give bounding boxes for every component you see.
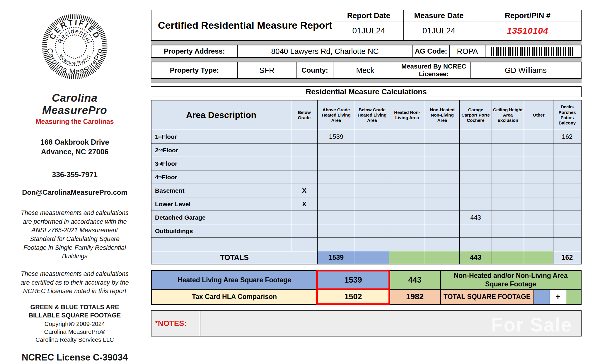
report-body: Certified Residential Measure Report Rep… bbox=[151, 10, 582, 336]
value-cell bbox=[291, 157, 317, 170]
totals-cell bbox=[355, 251, 389, 264]
barcode bbox=[491, 47, 575, 56]
pin-value: 13510104 bbox=[474, 21, 581, 40]
value-cell bbox=[524, 224, 553, 237]
row-label: Outbuildings bbox=[151, 224, 291, 237]
svg-text:Measure Report: Measure Report bbox=[58, 54, 91, 66]
value-cell bbox=[553, 224, 581, 237]
sidebar: CERTIFIED Residential Measure Report Car… bbox=[21, 9, 129, 363]
value-cell: X bbox=[291, 184, 317, 197]
hla-summary-row: Heated Living Area Square Footage 1539 4… bbox=[152, 271, 581, 289]
value-cell bbox=[524, 197, 553, 211]
tax-card-label: Tax Card HLA Comparison bbox=[152, 290, 317, 304]
pin-label: Report/PIN # bbox=[474, 10, 581, 21]
report-date-value: 01JUL24 bbox=[334, 21, 403, 40]
measured-by-value: GD Williams bbox=[471, 62, 581, 78]
tax-summary-row: Tax Card HLA Comparison 1502 1982 TOTAL … bbox=[152, 289, 581, 304]
value-cell bbox=[291, 170, 317, 184]
value-cell: 1539 bbox=[318, 130, 355, 143]
value-cell bbox=[389, 157, 425, 170]
value-cell bbox=[492, 238, 524, 251]
value-cell bbox=[460, 238, 492, 251]
totals-cell: 443 bbox=[460, 251, 492, 264]
totals-cell: 162 bbox=[553, 251, 581, 264]
value-cell bbox=[389, 143, 425, 157]
totals-cell bbox=[425, 251, 459, 264]
value-cell bbox=[553, 184, 581, 197]
totals-cell bbox=[389, 251, 425, 264]
row-label: Detached Garage bbox=[151, 211, 291, 224]
value-cell bbox=[318, 211, 355, 224]
value-cell bbox=[492, 211, 524, 224]
totals-cell bbox=[492, 251, 524, 264]
measure-date-label: Measure Date bbox=[404, 10, 474, 21]
value-cell bbox=[389, 170, 425, 184]
report-date-label: Report Date bbox=[334, 10, 403, 21]
row-label: 4th Floor bbox=[151, 170, 291, 184]
value-cell bbox=[389, 184, 425, 197]
value-cell bbox=[553, 157, 581, 170]
value-cell bbox=[389, 130, 425, 143]
value-cell bbox=[318, 224, 355, 237]
value-cell bbox=[291, 238, 317, 251]
value-cell bbox=[355, 157, 389, 170]
value-cell bbox=[425, 184, 459, 197]
value-cell bbox=[553, 143, 581, 157]
address-line-2: Advance, NC 27006 bbox=[21, 147, 129, 157]
copyright-line: Copyright© 2009-2024 bbox=[21, 320, 129, 328]
value-cell bbox=[524, 143, 553, 157]
hla-value: 1539 bbox=[317, 271, 389, 289]
company-email: Don@CarolinaMeasurePro.com bbox=[21, 188, 129, 196]
summary-block: Heated Living Area Square Footage 1539 4… bbox=[151, 270, 582, 305]
plus-sign: + bbox=[550, 290, 566, 304]
hla-label: Heated Living Area Square Footage bbox=[152, 271, 317, 289]
value-cell bbox=[318, 184, 355, 197]
row-label: 2nd Floor bbox=[151, 143, 291, 157]
value-cell: X bbox=[291, 197, 317, 211]
value-cell: 443 bbox=[460, 211, 492, 224]
value-cell bbox=[389, 211, 425, 224]
value-cell bbox=[492, 184, 524, 197]
column-header: Below Grade Heated Living Area bbox=[355, 100, 389, 130]
column-header: Below Grade bbox=[291, 100, 317, 130]
value-cell bbox=[355, 143, 389, 157]
notes-label: *NOTES: bbox=[151, 311, 200, 336]
value-cell bbox=[460, 170, 492, 184]
value-cell bbox=[425, 157, 459, 170]
column-header: Garage Carport Porte Cochere bbox=[460, 100, 492, 130]
value-cell bbox=[291, 143, 317, 157]
value-cell bbox=[492, 224, 524, 237]
row-label bbox=[151, 238, 291, 251]
value-cell bbox=[389, 224, 425, 237]
county-value: Meck bbox=[333, 62, 397, 78]
report-title: Certified Residential Measure Report bbox=[151, 10, 334, 40]
value-cell bbox=[425, 130, 459, 143]
value-cell bbox=[355, 130, 389, 143]
measured-by-label: Measured By NCREC Licensee: bbox=[397, 62, 470, 78]
value-cell bbox=[318, 197, 355, 211]
value-cell bbox=[355, 197, 389, 211]
total-sqft-label: TOTAL SQUARE FOOTAGE bbox=[441, 290, 533, 304]
property-address-label: Property Address: bbox=[151, 45, 237, 57]
value-cell bbox=[553, 238, 581, 251]
value-cell bbox=[425, 211, 459, 224]
value-cell bbox=[460, 224, 492, 237]
value-cell bbox=[460, 197, 492, 211]
divider-bar bbox=[151, 79, 582, 83]
value-cell bbox=[553, 197, 581, 211]
value-cell bbox=[355, 184, 389, 197]
column-header: Above Grade Heated Living Area bbox=[318, 100, 355, 130]
property-address-row: Property Address: 8040 Lawyers Rd, Charl… bbox=[151, 45, 582, 58]
row-label: 1st Floor bbox=[151, 130, 291, 143]
value-cell bbox=[460, 157, 492, 170]
report-page: CERTIFIED Residential Measure Report Car… bbox=[0, 0, 600, 364]
value-cell bbox=[355, 238, 389, 251]
stamp-text-measure-report: Measure Report bbox=[58, 54, 91, 66]
disclaimer-ansi: These measurements and calculations are … bbox=[21, 209, 129, 261]
divider-bar bbox=[151, 58, 582, 62]
value-cell bbox=[553, 170, 581, 184]
county-label: County: bbox=[296, 62, 333, 78]
for-sale-watermark: For Sale bbox=[491, 314, 572, 336]
section-title: Residential Measure Calculations bbox=[151, 86, 582, 97]
company-tagline: Measuring the Carolinas bbox=[21, 118, 129, 126]
